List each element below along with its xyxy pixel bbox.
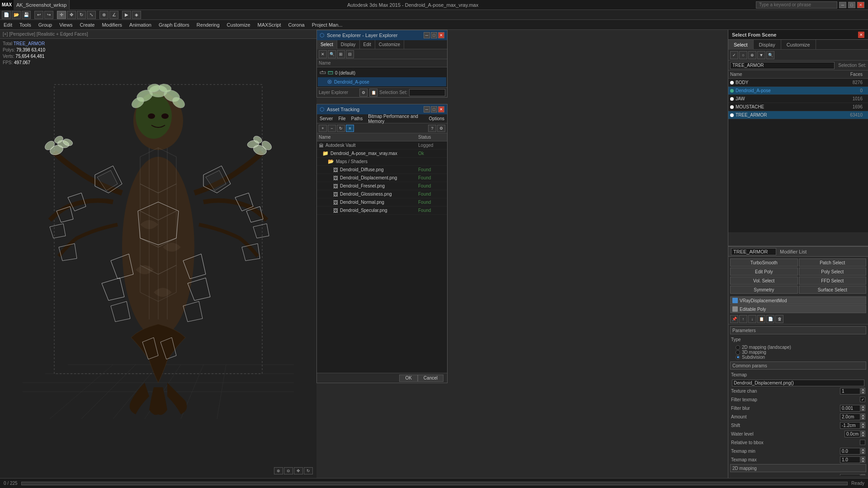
radio-3d[interactable]: 3D mapping [736,350,864,355]
object-tree-armor[interactable]: TREE_ARMOR 63410 [728,111,868,119]
stack-down-btn[interactable]: ↓ [748,315,756,323]
mod-vray-disp[interactable]: VRayDisplacementMod [730,296,866,305]
zoom-out-btn[interactable]: ⊖ [284,467,293,474]
se-close-btn[interactable]: ✕ [438,32,444,38]
asset-maps-folder[interactable]: 📂 Maps / Shaders [317,158,447,166]
filter-texmap-checkbox[interactable] [860,397,865,402]
menu-graph-editors[interactable]: Graph Editors [155,20,193,30]
amount-spin[interactable]: ▲ ▼ [840,413,865,420]
mod-btn-polysel[interactable]: Poly Select [799,267,867,276]
stack-up-btn[interactable]: ↑ [739,315,747,323]
se-tab-select[interactable]: Select [317,40,337,49]
rotate-btn[interactable]: ↻ [77,11,86,19]
filter-blur-arrows[interactable]: ▲ ▼ [861,405,865,411]
minimize-button[interactable]: ─ [839,2,846,8]
se-collapse-btn[interactable]: ⊟ [346,50,354,58]
angle-snap-btn[interactable]: ∠ [109,11,118,19]
rel-bbox-checkbox[interactable] [860,440,865,445]
texchan-spin[interactable]: ▲ ▼ [840,388,865,394]
at-add-btn[interactable]: + [319,125,327,132]
at-minimize-btn[interactable]: ─ [424,106,430,113]
zoom-btn[interactable]: ⊕ [274,467,283,474]
menu-create[interactable]: Create [76,20,98,30]
object-jaw[interactable]: JAW 1016 [728,95,868,103]
amount-arrows[interactable]: ▲ ▼ [861,413,865,420]
shift-input[interactable] [840,422,860,429]
se-tab-customize[interactable]: Customize [375,40,404,49]
save-btn[interactable]: 💾 [22,11,31,19]
menu-modifiers[interactable]: Modifiers [98,20,126,30]
menu-maxscript[interactable]: MAXScript [254,20,285,30]
file-tab[interactable]: AK_Screenshot_wrksp [14,0,70,10]
asset-specular[interactable]: 🖼 Dendroid_Specular.png Found [317,206,447,215]
sp-name-input[interactable] [730,62,835,69]
water-level-down[interactable]: ▼ [861,434,865,437]
mapping-2d-header[interactable]: 2D mapping [730,464,866,472]
resolution-arrows[interactable]: ▲ ▼ [861,474,865,475]
radio-2d[interactable]: 2D mapping (landscape) [736,345,864,350]
stack-delete-btn[interactable]: 🗑 [775,315,783,323]
select-panel-close[interactable]: ✕ [858,32,864,38]
asset-displacement[interactable]: 🖼 Dendroid_Displacement.png Found [317,174,447,182]
at-help-btn[interactable]: ? [428,125,436,132]
layer-dendroid[interactable]: Dendroid_A-pose [318,77,446,86]
water-level-spin[interactable]: ▲ ▼ [844,431,865,437]
texchan-arrows[interactable]: ▲ ▼ [861,388,865,394]
filter-blur-input[interactable] [840,405,860,412]
asset-vault[interactable]: 🏛 Autodesk Vault Logged [317,141,447,150]
mod-btn-surfsel[interactable]: Surface Select [799,286,867,294]
texmap-min-up[interactable]: ▲ [861,448,865,451]
asset-diffuse[interactable]: 🖼 Dendroid_Diffuse.png Found [317,166,447,174]
asset-normal[interactable]: 🖼 Dendroid_Normal.png Found [317,198,447,206]
sp-all-btn[interactable]: ✓ [730,51,738,59]
object-dendroid[interactable]: Dendroid_A-pose 0 [728,87,868,95]
se-footer-btn2[interactable]: 📋 [369,89,377,97]
texmap-max-up[interactable]: ▲ [861,456,865,460]
texmap-input[interactable] [732,380,864,386]
resolution-input[interactable] [840,474,860,476]
mod-btn-volsel[interactable]: Vol. Select [730,277,798,285]
se-footer-btn1[interactable]: ⚙ [359,89,368,97]
redo-btn[interactable]: ↪ [44,11,53,19]
texchan-up[interactable]: ▲ [861,388,865,391]
at-menu-options[interactable]: Options [426,114,447,123]
scale-btn[interactable]: ⤡ [87,11,96,19]
at-menu-server[interactable]: Server [317,114,335,123]
shift-down[interactable]: ▼ [861,425,865,428]
texmap-max-input[interactable] [840,456,860,463]
stack-copy-btn[interactable]: 📋 [757,315,765,323]
filter-blur-up[interactable]: ▲ [861,405,865,408]
at-ok-btn[interactable]: OK [399,375,417,382]
texmap-max-down[interactable]: ▼ [861,460,865,463]
open-btn[interactable]: 📂 [12,11,21,19]
texmap-min-input[interactable] [840,448,860,455]
object-moustache[interactable]: MOUSTACHE 1696 [728,103,868,111]
viewport-canvas[interactable]: Total TREE_ARMOR Polys: 79,398 63,410 Ve… [0,39,316,478]
texmap-min-arrows[interactable]: ▲ ▼ [861,448,865,454]
se-minimize-btn[interactable]: ─ [424,32,430,38]
at-view-btn[interactable]: ≡ [346,125,354,132]
menu-rendering[interactable]: Rendering [193,20,223,30]
orbit-btn[interactable]: ↻ [304,467,313,474]
mod-btn-ffdsel[interactable]: FFD Select [799,277,867,285]
stack-paste-btn[interactable]: 📄 [766,315,774,323]
close-button[interactable]: ✕ [857,2,864,8]
sp-invert-btn[interactable]: ⊕ [748,51,756,59]
filter-blur-down[interactable]: ▼ [861,408,865,411]
asset-fresnel[interactable]: 🖼 Dendroid_Fresnel.png Found [317,182,447,190]
mod-btn-patch[interactable]: Patch Select [799,258,867,267]
object-name-field[interactable] [731,248,776,255]
undo-btn[interactable]: ↩ [34,11,43,19]
at-refresh-btn[interactable]: ↻ [337,125,345,132]
texmap-max-arrows[interactable]: ▲ ▼ [861,456,865,463]
shift-up[interactable]: ▲ [861,422,865,425]
water-level-arrows[interactable]: ▲ ▼ [861,431,865,437]
at-settings-btn[interactable]: ⚙ [437,125,445,132]
material-btn[interactable]: ◈ [132,11,141,19]
common-params-header[interactable]: Common params [730,361,866,370]
amount-input[interactable] [840,413,860,420]
se-restore-btn[interactable]: □ [431,32,437,38]
se-tab-edit[interactable]: Edit [360,40,375,49]
sp-tab-select[interactable]: Select [728,40,754,50]
sp-tab-display[interactable]: Display [754,40,781,50]
